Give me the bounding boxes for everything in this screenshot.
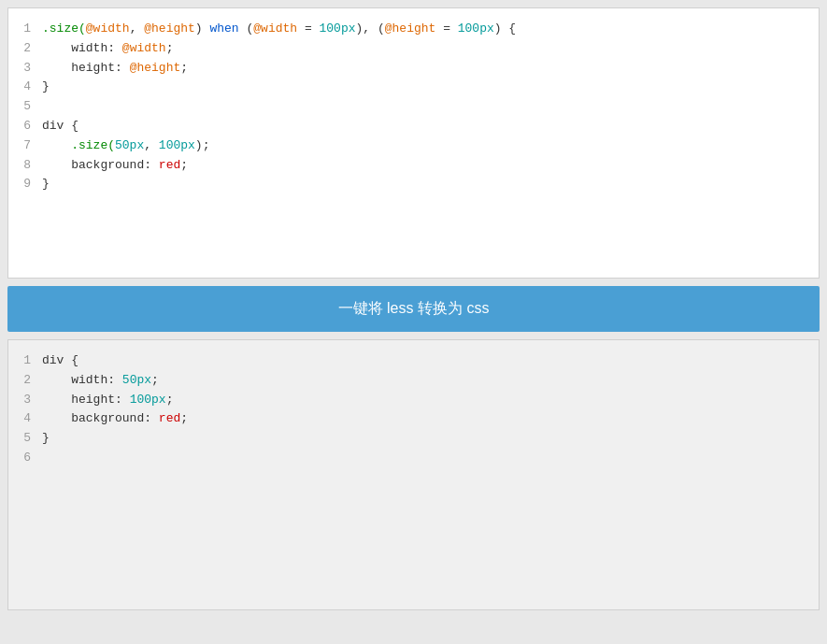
token: ; — [166, 41, 174, 55]
token: ; — [180, 61, 188, 75]
token: div { — [42, 119, 78, 133]
token: 50px — [122, 373, 151, 387]
line-content: } — [42, 175, 50, 194]
token: 100px — [159, 138, 195, 152]
token: @height — [385, 21, 436, 36]
token: height: — [42, 393, 130, 407]
code-line: 3 height: @height; — [8, 59, 819, 79]
token: red — [159, 411, 180, 425]
code-line: 2 width: 50px; — [8, 371, 819, 391]
line-content: width: @width; — [42, 39, 173, 59]
token: ; — [180, 411, 188, 425]
token: ) { — [494, 21, 516, 36]
line-content: div { — [42, 351, 78, 371]
token: } — [42, 431, 50, 445]
line-content: div { — [42, 117, 78, 136]
line-number: 4 — [12, 409, 31, 429]
line-content: background: red; — [42, 156, 188, 176]
line-number: 3 — [12, 59, 31, 79]
token: } — [42, 177, 50, 191]
line-content: height: @height; — [42, 59, 188, 79]
line-number: 2 — [12, 371, 31, 391]
line-number: 2 — [12, 39, 31, 59]
token: .size( — [42, 138, 115, 152]
line-number: 8 — [12, 156, 31, 176]
code-line: 1.size(@width, @height) when (@width = 1… — [8, 20, 819, 39]
top-panel: 1.size(@width, @height) when (@width = 1… — [7, 7, 820, 279]
token: ; — [166, 393, 174, 407]
line-content: background: red; — [42, 409, 188, 429]
code-line: 4} — [8, 78, 819, 97]
code-line: 6div { — [8, 117, 819, 136]
token: ; — [180, 158, 188, 172]
line-number: 6 — [12, 117, 31, 136]
token: ); — [195, 138, 210, 152]
code-line: 6 — [8, 449, 819, 468]
line-number: 5 — [12, 97, 31, 117]
token: .size( — [42, 21, 86, 36]
token: ), ( — [356, 21, 385, 36]
code-line: 5 — [8, 97, 819, 117]
token: , — [144, 138, 159, 152]
token: } — [42, 79, 50, 93]
token: 50px — [115, 138, 144, 152]
token: @height — [130, 61, 181, 75]
token: 100px — [320, 21, 356, 36]
token: when — [209, 21, 238, 36]
token: background: — [42, 158, 159, 172]
line-content: height: 100px; — [42, 391, 173, 410]
token: ) — [195, 21, 210, 36]
less-editor[interactable]: 1.size(@width, @height) when (@width = 1… — [8, 16, 819, 198]
token: @width — [253, 21, 297, 36]
code-line: 8 background: red; — [8, 156, 819, 176]
code-line: 4 background: red; — [8, 409, 819, 429]
line-number: 7 — [12, 136, 31, 156]
line-number: 1 — [12, 20, 31, 39]
token: , — [130, 21, 145, 36]
line-number: 4 — [12, 78, 31, 97]
bottom-panel: 1div {2 width: 50px;3 height: 100px;4 ba… — [7, 339, 820, 610]
token: = — [435, 21, 457, 36]
token: width: — [42, 41, 122, 55]
line-content: } — [42, 78, 50, 97]
code-line: 3 height: 100px; — [8, 391, 819, 410]
token: ; — [151, 373, 159, 387]
token: 100px — [458, 21, 494, 36]
line-number: 3 — [12, 391, 31, 410]
token: background: — [42, 411, 159, 425]
line-content: .size(@width, @height) when (@width = 10… — [42, 20, 516, 39]
line-content: .size(50px, 100px); — [42, 136, 209, 156]
line-content: } — [42, 429, 50, 449]
token: div { — [42, 353, 78, 367]
token: @width — [122, 41, 166, 55]
code-line: 2 width: @width; — [8, 39, 819, 59]
token: width: — [42, 373, 122, 387]
line-number: 5 — [12, 429, 31, 449]
token: height: — [42, 61, 130, 75]
token: ( — [239, 21, 254, 36]
token: red — [159, 158, 180, 172]
line-number: 1 — [12, 351, 31, 371]
line-number: 9 — [12, 175, 31, 194]
token: @height — [144, 21, 195, 36]
code-line: 5} — [8, 429, 819, 449]
code-line: 7 .size(50px, 100px); — [8, 136, 819, 156]
convert-button[interactable]: 一键将 less 转换为 css — [7, 286, 820, 332]
line-number: 6 — [12, 449, 31, 468]
token: 100px — [130, 393, 166, 407]
token: = — [297, 21, 319, 36]
line-content: width: 50px; — [42, 371, 159, 391]
css-output: 1div {2 width: 50px;3 height: 100px;4 ba… — [8, 348, 819, 472]
code-line: 1div { — [8, 351, 819, 371]
code-line: 9} — [8, 175, 819, 194]
token: @width — [86, 21, 130, 36]
